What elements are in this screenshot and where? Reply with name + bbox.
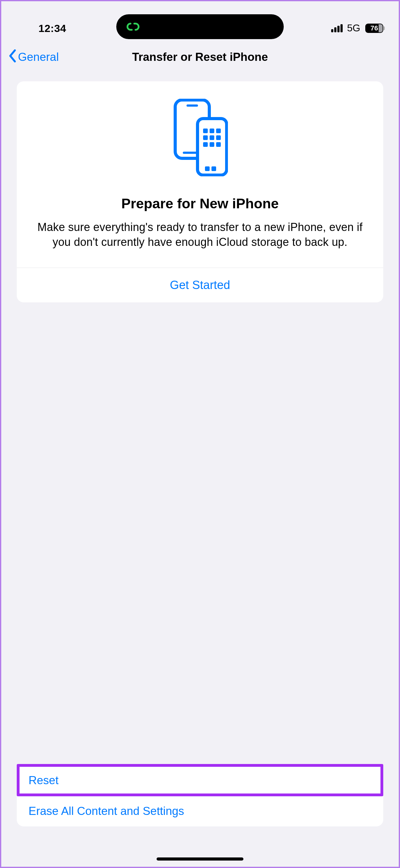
svg-rect-5 (210, 128, 214, 133)
chevron-left-icon (9, 49, 16, 65)
svg-rect-4 (203, 128, 208, 133)
page-title: Transfer or Reset iPhone (132, 51, 268, 64)
back-button[interactable]: General (9, 49, 59, 65)
get-started-button[interactable]: Get Started (17, 268, 383, 302)
svg-rect-9 (216, 135, 221, 140)
svg-rect-8 (210, 135, 214, 140)
svg-rect-14 (211, 166, 216, 171)
home-indicator[interactable] (157, 858, 243, 861)
status-bar: 12:34 5G 76 (1, 1, 399, 38)
svg-rect-13 (205, 166, 210, 171)
svg-rect-11 (210, 142, 214, 147)
personal-hotspot-icon (125, 19, 141, 35)
status-indicators: 5G 76 (331, 22, 383, 34)
svg-rect-7 (203, 135, 208, 140)
svg-rect-6 (216, 128, 221, 133)
back-label: General (18, 51, 59, 64)
dynamic-island[interactable] (116, 14, 284, 39)
reset-button[interactable]: Reset (17, 765, 383, 796)
content-area: Prepare for New iPhone Make sure everyth… (1, 76, 399, 302)
status-time: 12:34 (38, 22, 66, 34)
svg-rect-10 (203, 142, 208, 147)
navigation-bar: General Transfer or Reset iPhone (1, 38, 399, 76)
svg-rect-12 (216, 142, 221, 147)
network-label: 5G (347, 22, 360, 34)
battery-level: 76 (371, 24, 378, 32)
card-title: Prepare for New iPhone (35, 195, 365, 212)
card-description: Make sure everything's ready to transfer… (35, 220, 365, 250)
erase-all-button[interactable]: Erase All Content and Settings (17, 796, 383, 827)
transfer-devices-icon (35, 99, 365, 176)
actions-list: Reset Erase All Content and Settings (17, 765, 383, 827)
battery-icon: 76 (365, 24, 383, 33)
cellular-signal-icon (331, 24, 343, 32)
prepare-card: Prepare for New iPhone Make sure everyth… (17, 81, 383, 302)
